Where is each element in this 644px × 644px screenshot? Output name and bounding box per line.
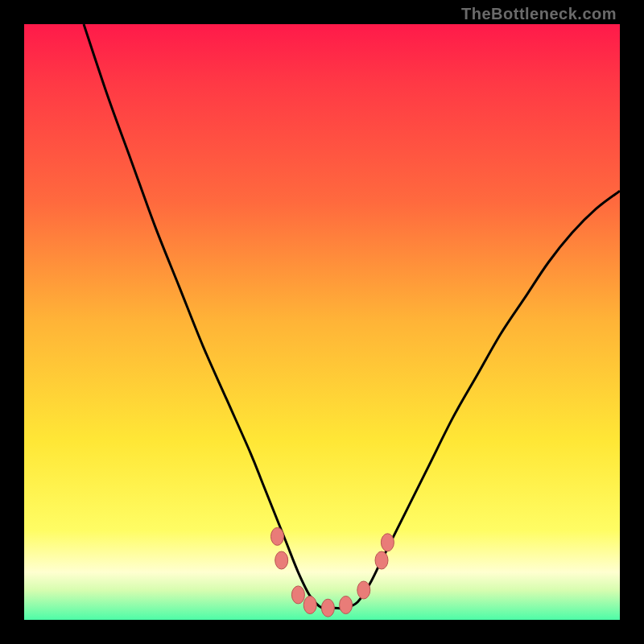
- data-marker: [340, 597, 353, 614]
- data-marker: [271, 527, 284, 545]
- attribution-text: TheBottleneck.com: [461, 5, 617, 23]
- data-marker: [303, 597, 316, 614]
- chart-viewport: TheBottleneck.com: [0, 0, 644, 644]
- data-marker: [321, 599, 334, 617]
- data-marker: [375, 551, 388, 569]
- plot-gradient-background: [24, 24, 620, 620]
- bottleneck-curve-overlay: [24, 24, 620, 620]
- data-marker: [357, 581, 370, 599]
- data-marker: [381, 534, 394, 551]
- data-marker: [291, 586, 304, 604]
- bottleneck-curve: [84, 24, 620, 609]
- data-marker: [275, 551, 288, 569]
